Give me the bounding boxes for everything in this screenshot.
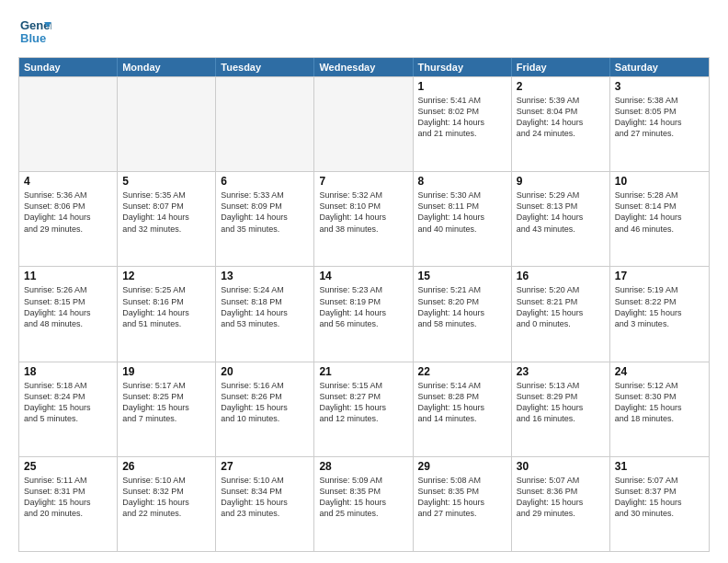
- empty-cell: [314, 77, 413, 171]
- day-info: Sunrise: 5:12 AM Sunset: 8:30 PM Dayligh…: [615, 380, 704, 425]
- day-cell-9: 9Sunrise: 5:29 AM Sunset: 8:13 PM Daylig…: [512, 172, 610, 266]
- day-number: 24: [615, 365, 704, 378]
- day-cell-18: 18Sunrise: 5:18 AM Sunset: 8:24 PM Dayli…: [19, 362, 118, 456]
- day-number: 17: [615, 270, 704, 282]
- day-cell-5: 5Sunrise: 5:35 AM Sunset: 8:07 PM Daylig…: [118, 172, 216, 266]
- day-number: 27: [221, 460, 309, 473]
- day-info: Sunrise: 5:07 AM Sunset: 8:36 PM Dayligh…: [517, 475, 605, 520]
- day-number: 7: [319, 175, 407, 188]
- day-info: Sunrise: 5:21 AM Sunset: 8:20 PM Dayligh…: [418, 284, 506, 329]
- day-info: Sunrise: 5:15 AM Sunset: 8:27 PM Dayligh…: [319, 380, 407, 425]
- day-cell-27: 27Sunrise: 5:10 AM Sunset: 8:34 PM Dayli…: [216, 457, 314, 551]
- day-number: 5: [122, 175, 210, 188]
- day-cell-1: 1Sunrise: 5:41 AM Sunset: 8:02 PM Daylig…: [414, 77, 512, 171]
- day-cell-28: 28Sunrise: 5:09 AM Sunset: 8:35 PM Dayli…: [314, 457, 413, 551]
- day-cell-12: 12Sunrise: 5:25 AM Sunset: 8:16 PM Dayli…: [118, 267, 216, 361]
- day-number: 25: [24, 460, 112, 473]
- day-number: 20: [221, 365, 309, 378]
- day-cell-29: 29Sunrise: 5:08 AM Sunset: 8:35 PM Dayli…: [414, 457, 512, 551]
- day-cell-17: 17Sunrise: 5:19 AM Sunset: 8:22 PM Dayli…: [610, 267, 709, 361]
- calendar-header-row: SundayMondayTuesdayWednesdayThursdayFrid…: [19, 58, 709, 76]
- day-info: Sunrise: 5:23 AM Sunset: 8:19 PM Dayligh…: [319, 284, 407, 329]
- logo-icon: General Blue: [18, 15, 51, 48]
- day-info: Sunrise: 5:32 AM Sunset: 8:10 PM Dayligh…: [319, 190, 407, 235]
- weekday-header-thursday: Thursday: [414, 58, 512, 76]
- day-cell-20: 20Sunrise: 5:16 AM Sunset: 8:26 PM Dayli…: [216, 362, 314, 456]
- weekday-header-saturday: Saturday: [610, 58, 709, 76]
- day-cell-15: 15Sunrise: 5:21 AM Sunset: 8:20 PM Dayli…: [414, 267, 512, 361]
- day-info: Sunrise: 5:16 AM Sunset: 8:26 PM Dayligh…: [221, 380, 309, 425]
- day-number: 3: [615, 80, 704, 93]
- weekday-header-sunday: Sunday: [19, 58, 118, 76]
- day-info: Sunrise: 5:17 AM Sunset: 8:25 PM Dayligh…: [122, 380, 210, 425]
- header: General Blue: [18, 15, 710, 48]
- day-info: Sunrise: 5:38 AM Sunset: 8:05 PM Dayligh…: [615, 95, 704, 140]
- logo: General Blue: [18, 15, 55, 48]
- weekday-header-tuesday: Tuesday: [216, 58, 314, 76]
- day-number: 16: [517, 270, 605, 282]
- day-number: 21: [319, 365, 407, 378]
- day-number: 8: [418, 175, 506, 188]
- day-info: Sunrise: 5:19 AM Sunset: 8:22 PM Dayligh…: [615, 284, 704, 329]
- day-number: 4: [24, 175, 112, 188]
- day-info: Sunrise: 5:28 AM Sunset: 8:14 PM Dayligh…: [615, 190, 704, 235]
- day-info: Sunrise: 5:09 AM Sunset: 8:35 PM Dayligh…: [319, 475, 407, 520]
- day-info: Sunrise: 5:35 AM Sunset: 8:07 PM Dayligh…: [122, 190, 210, 235]
- day-number: 30: [517, 460, 605, 473]
- weekday-header-wednesday: Wednesday: [314, 58, 413, 76]
- day-number: 26: [122, 460, 210, 473]
- day-info: Sunrise: 5:14 AM Sunset: 8:28 PM Dayligh…: [418, 380, 506, 425]
- day-cell-22: 22Sunrise: 5:14 AM Sunset: 8:28 PM Dayli…: [414, 362, 512, 456]
- empty-cell: [19, 77, 118, 171]
- day-cell-19: 19Sunrise: 5:17 AM Sunset: 8:25 PM Dayli…: [118, 362, 216, 456]
- calendar-row-4: 25Sunrise: 5:11 AM Sunset: 8:31 PM Dayli…: [19, 456, 709, 551]
- day-cell-7: 7Sunrise: 5:32 AM Sunset: 8:10 PM Daylig…: [314, 172, 413, 266]
- day-info: Sunrise: 5:11 AM Sunset: 8:31 PM Dayligh…: [24, 475, 112, 520]
- day-info: Sunrise: 5:30 AM Sunset: 8:11 PM Dayligh…: [418, 190, 506, 235]
- day-cell-31: 31Sunrise: 5:07 AM Sunset: 8:37 PM Dayli…: [610, 457, 709, 551]
- day-info: Sunrise: 5:18 AM Sunset: 8:24 PM Dayligh…: [24, 380, 112, 425]
- day-number: 13: [221, 270, 309, 282]
- day-number: 12: [122, 270, 210, 282]
- day-number: 22: [418, 365, 506, 378]
- page: General Blue SundayMondayTuesdayWednesda…: [0, 0, 728, 563]
- day-cell-6: 6Sunrise: 5:33 AM Sunset: 8:09 PM Daylig…: [216, 172, 314, 266]
- day-info: Sunrise: 5:10 AM Sunset: 8:32 PM Dayligh…: [122, 475, 210, 520]
- day-number: 18: [24, 365, 112, 378]
- day-number: 11: [24, 270, 112, 282]
- day-info: Sunrise: 5:29 AM Sunset: 8:13 PM Dayligh…: [517, 190, 605, 235]
- day-cell-10: 10Sunrise: 5:28 AM Sunset: 8:14 PM Dayli…: [610, 172, 709, 266]
- day-info: Sunrise: 5:13 AM Sunset: 8:29 PM Dayligh…: [517, 380, 605, 425]
- day-cell-2: 2Sunrise: 5:39 AM Sunset: 8:04 PM Daylig…: [512, 77, 610, 171]
- day-info: Sunrise: 5:07 AM Sunset: 8:37 PM Dayligh…: [615, 475, 704, 520]
- day-cell-8: 8Sunrise: 5:30 AM Sunset: 8:11 PM Daylig…: [414, 172, 512, 266]
- empty-cell: [118, 77, 216, 171]
- calendar-row-1: 4Sunrise: 5:36 AM Sunset: 8:06 PM Daylig…: [19, 171, 709, 266]
- day-info: Sunrise: 5:24 AM Sunset: 8:18 PM Dayligh…: [221, 284, 309, 329]
- day-info: Sunrise: 5:08 AM Sunset: 8:35 PM Dayligh…: [418, 475, 506, 520]
- day-number: 23: [517, 365, 605, 378]
- calendar-body: 1Sunrise: 5:41 AM Sunset: 8:02 PM Daylig…: [19, 76, 709, 551]
- day-info: Sunrise: 5:41 AM Sunset: 8:02 PM Dayligh…: [418, 95, 506, 140]
- day-number: 10: [615, 175, 704, 188]
- day-cell-21: 21Sunrise: 5:15 AM Sunset: 8:27 PM Dayli…: [314, 362, 413, 456]
- calendar-row-3: 18Sunrise: 5:18 AM Sunset: 8:24 PM Dayli…: [19, 362, 709, 456]
- day-info: Sunrise: 5:10 AM Sunset: 8:34 PM Dayligh…: [221, 475, 309, 520]
- day-cell-4: 4Sunrise: 5:36 AM Sunset: 8:06 PM Daylig…: [19, 172, 118, 266]
- day-info: Sunrise: 5:20 AM Sunset: 8:21 PM Dayligh…: [517, 284, 605, 329]
- day-info: Sunrise: 5:25 AM Sunset: 8:16 PM Dayligh…: [122, 284, 210, 329]
- empty-cell: [216, 77, 314, 171]
- calendar-row-2: 11Sunrise: 5:26 AM Sunset: 8:15 PM Dayli…: [19, 266, 709, 361]
- day-number: 6: [221, 175, 309, 188]
- day-number: 9: [517, 175, 605, 188]
- weekday-header-monday: Monday: [118, 58, 216, 76]
- weekday-header-friday: Friday: [512, 58, 610, 76]
- day-cell-13: 13Sunrise: 5:24 AM Sunset: 8:18 PM Dayli…: [216, 267, 314, 361]
- day-cell-25: 25Sunrise: 5:11 AM Sunset: 8:31 PM Dayli…: [19, 457, 118, 551]
- day-cell-14: 14Sunrise: 5:23 AM Sunset: 8:19 PM Dayli…: [314, 267, 413, 361]
- day-cell-16: 16Sunrise: 5:20 AM Sunset: 8:21 PM Dayli…: [512, 267, 610, 361]
- day-number: 31: [615, 460, 704, 473]
- day-number: 28: [319, 460, 407, 473]
- day-cell-24: 24Sunrise: 5:12 AM Sunset: 8:30 PM Dayli…: [610, 362, 709, 456]
- day-number: 1: [418, 80, 506, 93]
